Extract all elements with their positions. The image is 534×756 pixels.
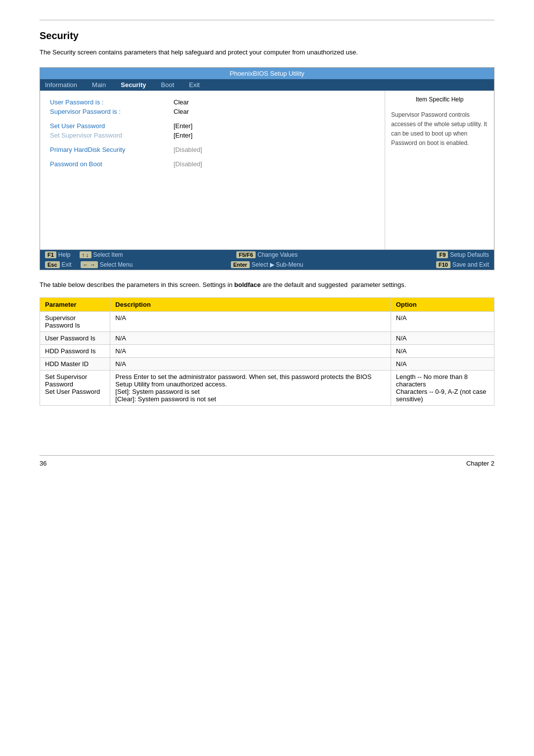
- fkey-f10: F10: [436, 261, 450, 268]
- footer-cell-esc: Esc Exit ← → Select Menu: [45, 261, 193, 268]
- bios-value-set-supervisor-password: [Enter]: [174, 132, 192, 139]
- bios-nav-boot[interactable]: Boot: [161, 81, 175, 89]
- table-row: Supervisor Password Is N/A N/A: [40, 312, 494, 332]
- page-footer: 36 Chapter 2: [40, 455, 494, 467]
- bios-row-set-user-password: Set User Password [Enter]: [50, 122, 375, 130]
- opt-set-passwords: Length -- No more than 8 characters Char…: [391, 371, 494, 406]
- footer-cell-f10: F10 Save and Exit: [341, 261, 489, 268]
- desc-supervisor-password-is: N/A: [110, 312, 391, 332]
- col-header-parameter: Parameter: [40, 298, 110, 312]
- table-header-row: Parameter Description Option: [40, 298, 494, 312]
- page-description: The Security screen contains parameters …: [40, 47, 494, 57]
- fkey-f10-label: Save and Exit: [452, 261, 489, 268]
- fkey-esc-label: Exit: [62, 261, 72, 268]
- param-set-passwords: Set Supervisor PasswordSet User Password: [40, 371, 110, 406]
- bios-content-area: User Password is : Clear Supervisor Pass…: [40, 91, 494, 249]
- chapter-label: Chapter 2: [466, 460, 494, 467]
- bios-label-password-on-boot[interactable]: Password on Boot: [50, 160, 174, 168]
- fkey-arrows2-label: Select Menu: [100, 261, 133, 268]
- fkey-f5f6-label: Change Values: [258, 251, 298, 258]
- col-header-option: Option: [391, 298, 494, 312]
- bios-setup-box: PhoenixBIOS Setup Utility Information Ma…: [40, 67, 494, 270]
- below-bios-description: The table below describes the parameters…: [40, 280, 494, 290]
- page-number: 36: [40, 460, 46, 467]
- bios-title-bar: PhoenixBIOS Setup Utility: [40, 68, 494, 79]
- bios-row-password-on-boot: Password on Boot [Disabled]: [50, 160, 375, 168]
- bios-row-primary-hdd-security: Primary HardDisk Security [Disabled]: [50, 146, 375, 153]
- bios-value-set-user-password: [Enter]: [174, 122, 192, 130]
- desc-set-passwords: Press Enter to set the administrator pas…: [110, 371, 391, 406]
- bios-row-user-password: User Password is : Clear: [50, 98, 375, 106]
- footer-cell-enter: Enter Select ▶ Sub-Menu: [193, 261, 341, 268]
- bios-spacer-3: [50, 155, 375, 160]
- opt-hdd-master-id: N/A: [391, 358, 494, 371]
- bios-footer: F1 Help ↑ ↓ Select Item F5/F6 Change Val…: [40, 249, 494, 270]
- bios-spacer-2: [50, 141, 375, 146]
- footer-cell-f9: F9 Setup Defaults: [341, 251, 489, 258]
- bios-label-set-supervisor-password: Set Supervisor Password: [50, 132, 174, 139]
- bios-nav-security[interactable]: Security: [121, 81, 146, 89]
- bios-label-user-password: User Password is :: [50, 98, 174, 106]
- bios-nav-bar: Information Main Security Boot Exit: [40, 79, 494, 91]
- fkey-enter-label: Select ▶ Sub-Menu: [252, 261, 303, 268]
- parameter-table: Parameter Description Option Supervisor …: [40, 297, 494, 406]
- param-user-password-is: User Password Is: [40, 332, 110, 345]
- fkey-f9: F9: [437, 251, 448, 258]
- fkey-f9-label: Setup Defaults: [450, 251, 489, 258]
- table-row: Set Supervisor PasswordSet User Password…: [40, 371, 494, 406]
- bios-label-set-user-password[interactable]: Set User Password: [50, 122, 174, 130]
- bios-footer-row-2: Esc Exit ← → Select Menu Enter Select ▶ …: [40, 260, 494, 270]
- bios-spacer-1: [50, 117, 375, 122]
- fkey-f5f6: F5/F6: [236, 251, 256, 258]
- bios-title: PhoenixBIOS Setup Utility: [229, 70, 304, 77]
- bios-value-primary-hdd-security: [Disabled]: [174, 146, 202, 153]
- opt-supervisor-password-is: N/A: [391, 312, 494, 332]
- fkey-arrows2: ← →: [81, 261, 98, 268]
- opt-hdd-password-is: N/A: [391, 345, 494, 358]
- top-border: [40, 20, 494, 20]
- bios-label-primary-hdd-security[interactable]: Primary HardDisk Security: [50, 146, 174, 153]
- fkey-enter: Enter: [231, 261, 250, 268]
- fkey-esc: Esc: [45, 261, 60, 268]
- bios-row-supervisor-password: Supervisor Password is : Clear: [50, 108, 375, 115]
- bios-value-password-on-boot: [Disabled]: [174, 160, 202, 168]
- bios-main-panel: User Password is : Clear Supervisor Pass…: [40, 91, 385, 249]
- fkey-arrows1: ↑ ↓: [80, 251, 91, 258]
- table-row: User Password Is N/A N/A: [40, 332, 494, 345]
- footer-cell-f1: F1 Help ↑ ↓ Select Item: [45, 251, 193, 258]
- fkey-f1-label: Help: [58, 251, 71, 258]
- fkey-arrows1-label: Select Item: [93, 251, 123, 258]
- page-title: Security: [40, 30, 494, 42]
- col-header-description: Description: [110, 298, 391, 312]
- bios-help-title: Item Specific Help: [391, 96, 488, 103]
- fkey-f1: F1: [45, 251, 56, 258]
- bios-value-supervisor-password: Clear: [174, 108, 189, 115]
- bios-row-set-supervisor-password: Set Supervisor Password [Enter]: [50, 132, 375, 139]
- desc-hdd-master-id: N/A: [110, 358, 391, 371]
- footer-cell-f5f6: F5/F6 Change Values: [193, 251, 341, 258]
- bios-label-supervisor-password: Supervisor Password is :: [50, 108, 174, 115]
- opt-user-password-is: N/A: [391, 332, 494, 345]
- bios-help-text: Supervisor Password controls accesses of…: [391, 110, 488, 148]
- param-supervisor-password-is: Supervisor Password Is: [40, 312, 110, 332]
- bios-footer-row-1: F1 Help ↑ ↓ Select Item F5/F6 Change Val…: [40, 250, 494, 260]
- table-row: HDD Password Is N/A N/A: [40, 345, 494, 358]
- param-hdd-master-id: HDD Master ID: [40, 358, 110, 371]
- bios-nav-main[interactable]: Main: [92, 81, 106, 89]
- desc-hdd-password-is: N/A: [110, 345, 391, 358]
- desc-user-password-is: N/A: [110, 332, 391, 345]
- param-hdd-password-is: HDD Password Is: [40, 345, 110, 358]
- bios-help-panel: Item Specific Help Supervisor Password c…: [385, 91, 494, 249]
- bios-value-user-password: Clear: [174, 98, 189, 106]
- bios-nav-exit[interactable]: Exit: [189, 81, 200, 89]
- bios-nav-information[interactable]: Information: [45, 81, 77, 89]
- table-row: HDD Master ID N/A N/A: [40, 358, 494, 371]
